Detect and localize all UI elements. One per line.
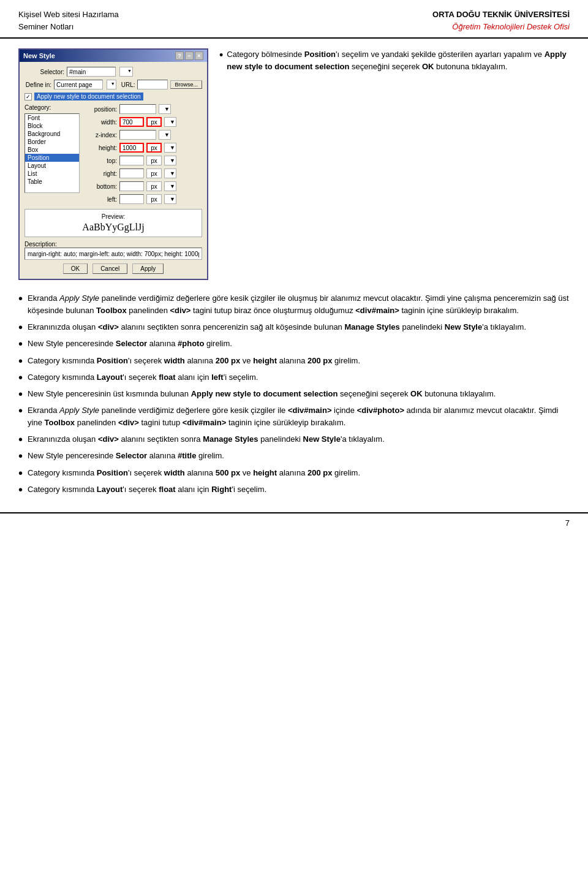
bullet-dot: • xyxy=(18,467,23,479)
top-unit[interactable] xyxy=(146,156,162,165)
main-bullet-4: • Category kısmında Position'ı seçerek w… xyxy=(18,355,570,367)
position-prop-row: position: ▼ xyxy=(83,104,202,114)
desc-input[interactable]: margin-right: auto; margin-left: auto; w… xyxy=(24,248,202,260)
bottom-dropdown[interactable]: ▼ xyxy=(164,181,176,191)
left-label: left: xyxy=(83,196,117,203)
right-bullet-1: • Category bölmesinde Position'ı seçelim… xyxy=(219,48,570,72)
preview-label: Preview: xyxy=(29,213,198,220)
width-input[interactable] xyxy=(119,117,144,127)
right-prop-row: right: ▼ xyxy=(83,169,202,178)
page-footer: 7 xyxy=(0,512,588,532)
preview-section: Preview: AaBbYyGgLlJj xyxy=(24,209,202,237)
cat-position[interactable]: Position xyxy=(25,154,79,162)
zindex-input[interactable] xyxy=(119,130,156,140)
dialog-close-btn[interactable]: × xyxy=(195,51,203,60)
apply-button[interactable]: Apply xyxy=(132,263,164,274)
cat-border[interactable]: Border xyxy=(25,138,79,146)
top-prop-row: top: ▼ xyxy=(83,156,202,165)
header-university: ORTA DOĞU TEKNİK ÜNİVERSİTESİ xyxy=(432,9,570,21)
dialog-wrap: New Style ? − × Selector: xyxy=(18,48,208,280)
preview-text: AaBbYyGgLlJj xyxy=(29,222,198,233)
bottom-unit[interactable] xyxy=(146,181,162,191)
right-input[interactable] xyxy=(119,169,144,178)
cat-font[interactable]: Font xyxy=(25,114,79,122)
cat-layout[interactable]: Layout xyxy=(25,162,79,170)
bullet-dot: • xyxy=(18,355,23,367)
apply-checkbox-label: Apply new style to document selection xyxy=(34,93,143,100)
url-input[interactable] xyxy=(137,80,168,89)
cancel-button[interactable]: Cancel xyxy=(92,263,127,274)
cat-block[interactable]: Block xyxy=(25,122,79,130)
right-unit[interactable] xyxy=(146,169,162,178)
left-dropdown[interactable]: ▼ xyxy=(164,194,176,204)
header-left: Kişisel Web sitesi Hazırlama Seminer Not… xyxy=(18,9,119,32)
bullet-text: Category kısmında Position'ı seçerek wid… xyxy=(28,467,570,479)
define-in-input[interactable] xyxy=(54,80,103,89)
bullet-text: Category kısmında Position'ı seçerek wid… xyxy=(28,355,570,367)
bullet-text: Ekranda Apply Style panelinde verdiğimiz… xyxy=(28,404,570,429)
new-style-dialog: New Style ? − × Selector: xyxy=(18,48,208,280)
main-bullets-list: • Ekranda Apply Style panelinde verdiğim… xyxy=(18,292,570,496)
bullet-text: Ekranınızda oluşan <div> alanını seçtikt… xyxy=(28,321,570,333)
two-col-section: New Style ? − × Selector: xyxy=(18,48,570,280)
bullet-dot: • xyxy=(18,338,23,350)
desc-label: Description: xyxy=(24,241,202,248)
dialog-minimize-btn[interactable]: − xyxy=(185,51,194,60)
selector-label: Selector: xyxy=(24,69,64,75)
bottom-label: bottom: xyxy=(83,183,117,190)
bullet-text: New Style penceresinde Selector alanına … xyxy=(28,450,570,462)
main-bullet-3: • New Style penceresinde Selector alanın… xyxy=(18,338,570,350)
selector-dropdown[interactable] xyxy=(119,67,133,77)
selector-input[interactable] xyxy=(67,67,116,77)
main-bullet-9: • New Style penceresinde Selector alanın… xyxy=(18,450,570,462)
ok-button[interactable]: OK xyxy=(63,263,88,274)
width-prop-row: width: ▼ xyxy=(83,117,202,127)
height-input[interactable] xyxy=(119,143,144,153)
height-dropdown[interactable]: ▼ xyxy=(164,143,176,153)
dialog-title: New Style xyxy=(23,52,55,59)
top-input[interactable] xyxy=(119,156,144,165)
main-bullet-11: • Category kısmında Layout'ı seçerek flo… xyxy=(18,483,570,496)
zindex-dropdown[interactable]: ▼ xyxy=(159,130,171,140)
cat-list[interactable]: List xyxy=(25,170,79,178)
cat-box[interactable]: Box xyxy=(25,146,79,154)
browse-button[interactable]: Browse... xyxy=(170,80,202,89)
main-bullet-6: • New Style penceresinin üst kısmında bu… xyxy=(18,388,570,400)
cat-background[interactable]: Background xyxy=(25,130,79,138)
category-section: Category: Font Block Background Border B… xyxy=(24,104,80,205)
dialog-titlebar: New Style ? − × xyxy=(20,50,207,62)
left-input[interactable] xyxy=(119,194,144,204)
bullet-dot: • xyxy=(18,483,23,496)
category-list[interactable]: Font Block Background Border Box Positio… xyxy=(24,113,80,193)
main-bullet-7: • Ekranda Apply Style panelinde verdiğim… xyxy=(18,404,570,429)
bullet-dot-1: • xyxy=(219,50,223,61)
bottom-input[interactable] xyxy=(119,181,144,191)
url-label: URL: xyxy=(121,81,135,88)
bullet-dot: • xyxy=(18,388,23,400)
left-prop-row: left: ▼ xyxy=(83,194,202,204)
bottom-prop-row: bottom: ▼ xyxy=(83,181,202,191)
apply-checkbox[interactable]: ✓ xyxy=(24,93,32,100)
page-number: 7 xyxy=(565,518,570,528)
right-dropdown[interactable]: ▼ xyxy=(164,169,176,178)
dialog-titlebar-buttons: ? − × xyxy=(175,51,203,60)
define-in-label: Define in: xyxy=(24,81,51,88)
left-unit[interactable] xyxy=(146,194,162,204)
bullet-text: New Style penceresinin üst kısmında bulu… xyxy=(28,388,570,400)
apply-checkbox-row: ✓ Apply new style to document selection xyxy=(24,93,202,100)
height-unit[interactable] xyxy=(146,143,162,153)
define-in-dropdown[interactable] xyxy=(107,80,116,89)
position-dropdown[interactable]: ▼ xyxy=(159,104,171,114)
bullet-dot: • xyxy=(18,450,23,462)
position-input[interactable] xyxy=(119,104,156,114)
bullet-dot: • xyxy=(18,321,23,333)
bullet-dot: • xyxy=(18,404,23,417)
top-dropdown[interactable]: ▼ xyxy=(164,156,176,165)
dialog-help-btn[interactable]: ? xyxy=(175,51,184,60)
header-subtitle: Seminer Notları xyxy=(18,21,119,33)
cat-table[interactable]: Table xyxy=(25,178,79,186)
width-unit[interactable] xyxy=(146,117,162,127)
category-title: Category: xyxy=(24,104,80,111)
width-dropdown[interactable]: ▼ xyxy=(164,117,176,127)
header-department: Öğretim Teknolojileri Destek Ofisi xyxy=(432,21,570,33)
